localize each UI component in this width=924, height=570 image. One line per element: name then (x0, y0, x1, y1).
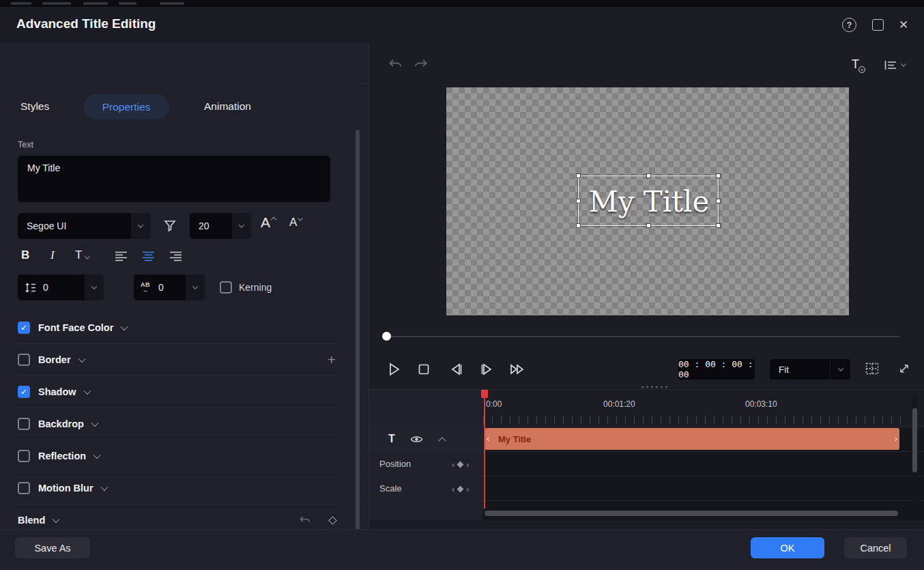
italic-button[interactable]: I (50, 248, 55, 262)
section-border[interactable]: Border + (18, 344, 336, 376)
resize-handle[interactable] (716, 223, 721, 228)
font-family-select[interactable]: Segoe UI (18, 213, 150, 239)
preview-canvas[interactable]: My Title (446, 87, 849, 315)
collapse-track-icon[interactable] (438, 437, 446, 444)
cancel-button[interactable]: Cancel (844, 537, 907, 558)
clip-left-trim-handle[interactable]: ‹ (487, 433, 489, 444)
font-face-color-checkbox[interactable] (18, 322, 30, 334)
line-spacing-select[interactable]: 0 (18, 274, 104, 300)
zoom-fit-select[interactable]: Fit (770, 359, 850, 380)
ruler-label: 0:00 (486, 399, 502, 409)
chevron-down-icon[interactable] (100, 483, 108, 491)
resize-handle[interactable] (716, 173, 721, 178)
stop-button[interactable] (418, 363, 430, 375)
motion-blur-checkbox[interactable] (18, 482, 30, 494)
undo-icon[interactable] (388, 58, 403, 70)
close-icon[interactable]: ✕ (899, 18, 908, 32)
add-keyframe-icon[interactable] (457, 461, 464, 468)
text-selection-box[interactable]: My Title (578, 175, 719, 226)
preview-seekbar[interactable] (386, 336, 899, 337)
text-style-dropdown[interactable]: T (75, 248, 89, 262)
chevron-down-icon[interactable] (83, 387, 91, 395)
resize-handle[interactable] (576, 199, 581, 203)
resize-handle[interactable] (716, 199, 721, 203)
align-center-button[interactable] (142, 251, 156, 262)
resize-handle[interactable] (646, 173, 651, 178)
fast-forward-button[interactable] (509, 362, 527, 377)
ok-button[interactable]: OK (751, 537, 824, 558)
clip-right-trim-handle[interactable]: › (895, 433, 897, 444)
chevron-down-icon[interactable] (121, 323, 128, 330)
section-motion-blur[interactable]: Motion Blur (18, 472, 336, 504)
maximize-icon[interactable] (872, 19, 884, 31)
letter-spacing-icon: AB↔ (141, 282, 150, 294)
add-border-icon[interactable]: + (328, 352, 336, 368)
reset-icon[interactable] (299, 515, 311, 526)
backdrop-checkbox[interactable] (18, 418, 30, 430)
chevron-down-icon[interactable] (53, 515, 60, 523)
tab-animation[interactable]: Animation (204, 100, 251, 113)
border-checkbox[interactable] (18, 354, 30, 366)
shadow-checkbox[interactable] (18, 386, 30, 398)
scrollbar-thumb[interactable] (356, 130, 360, 557)
letter-spacing-select[interactable]: AB↔ 0 (134, 274, 205, 300)
next-keyframe-icon[interactable]: › (466, 484, 469, 494)
fullscreen-icon[interactable] (898, 362, 910, 375)
section-backdrop[interactable]: Backdrop (18, 408, 336, 440)
preview-title-text[interactable]: My Title (579, 176, 719, 227)
resize-handle[interactable] (576, 223, 581, 228)
redo-icon[interactable] (414, 58, 429, 70)
align-left-button[interactable] (115, 251, 128, 262)
timeline-horizontal-scrollbar[interactable] (485, 511, 908, 516)
font-filter-icon[interactable] (162, 218, 177, 233)
text-align-dropdown[interactable] (884, 60, 906, 70)
save-as-button[interactable]: Save As (15, 537, 90, 558)
section-font-face-color[interactable]: Font Face Color (18, 312, 336, 344)
playhead-flag[interactable] (481, 390, 488, 398)
scale-keyframe-control[interactable]: ‹ › (452, 484, 470, 494)
timeline-vertical-scrollbar[interactable] (912, 395, 917, 519)
play-button[interactable] (386, 361, 401, 377)
font-family-caret[interactable] (131, 213, 150, 239)
resize-handle[interactable] (576, 173, 581, 178)
font-size-caret[interactable] (232, 213, 251, 239)
prev-keyframe-icon[interactable]: ‹ (452, 484, 454, 494)
help-icon[interactable]: ? (842, 18, 856, 32)
section-reflection[interactable]: Reflection (18, 440, 336, 472)
tab-styles[interactable]: Styles (20, 100, 49, 113)
scrollbar-thumb[interactable] (485, 511, 898, 516)
resize-handle[interactable] (646, 223, 651, 228)
title-text-input[interactable]: My Title (18, 156, 330, 202)
splitter-grip[interactable] (640, 386, 669, 388)
align-justify-button[interactable] (169, 251, 183, 262)
zoom-fit-caret[interactable] (830, 359, 850, 380)
next-keyframe-icon[interactable]: › (466, 459, 469, 470)
safe-zones-grid-icon[interactable] (865, 362, 879, 375)
decrease-font-size-button[interactable]: A (289, 216, 302, 229)
reflection-checkbox[interactable] (18, 450, 30, 462)
prev-keyframe-icon[interactable]: ‹ (452, 459, 454, 470)
previous-frame-button[interactable] (448, 362, 464, 377)
increase-font-size-button[interactable]: A (261, 214, 276, 231)
line-spacing-caret[interactable] (85, 274, 104, 300)
section-shadow[interactable]: Shadow (18, 376, 336, 408)
keyframe-diamond-icon[interactable] (328, 516, 337, 525)
next-frame-button[interactable] (479, 362, 495, 377)
bold-button[interactable]: B (21, 248, 29, 262)
seekbar-knob[interactable] (382, 332, 391, 341)
title-clip[interactable]: ‹ My Title › (485, 428, 899, 450)
track-visibility-icon[interactable] (410, 435, 423, 444)
chevron-down-icon[interactable] (78, 355, 85, 362)
font-size-select[interactable]: 20 (190, 213, 251, 239)
tab-properties[interactable]: Properties (83, 94, 169, 119)
letter-spacing-caret[interactable] (186, 274, 205, 300)
chevron-down-icon[interactable] (93, 451, 100, 459)
timeline-playhead[interactable] (484, 390, 485, 509)
add-keyframe-icon[interactable] (457, 486, 464, 493)
position-keyframe-control[interactable]: ‹ › (452, 459, 470, 470)
add-text-icon[interactable]: T + (852, 57, 859, 72)
left-panel-scrollbar[interactable] (356, 130, 360, 560)
chevron-down-icon[interactable] (91, 419, 98, 427)
kerning-checkbox[interactable] (220, 281, 232, 294)
scrollbar-thumb[interactable] (912, 408, 917, 472)
